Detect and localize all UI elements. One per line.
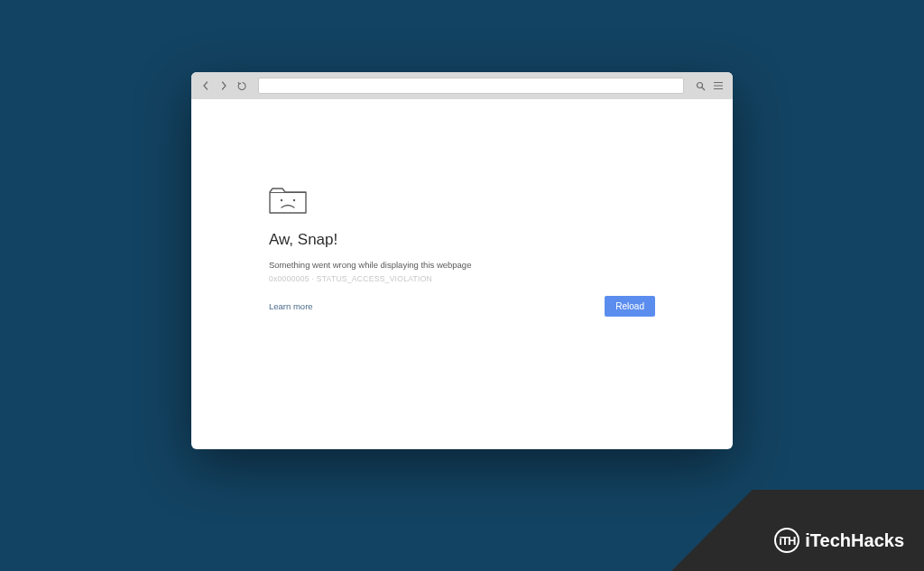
learn-more-link[interactable]: Learn more	[269, 301, 313, 311]
browser-toolbar	[191, 72, 733, 99]
svg-point-0	[697, 82, 702, 87]
menu-icon[interactable]	[711, 78, 725, 93]
back-button[interactable]	[199, 78, 213, 93]
error-code: 0x0000005 · STATUS_ACCESS_VIOLATION	[269, 274, 655, 283]
svg-line-1	[702, 87, 705, 90]
address-bar[interactable]	[258, 78, 684, 94]
browser-window: Aw, Snap! Something went wrong while dis…	[191, 72, 733, 449]
error-page: Aw, Snap! Something went wrong while dis…	[191, 99, 733, 317]
svg-point-6	[281, 199, 282, 201]
watermark-brand: iTechHacks	[805, 530, 904, 551]
refresh-button[interactable]	[235, 78, 249, 93]
watermark-logo-icon: iTH	[774, 528, 799, 553]
forward-button[interactable]	[217, 78, 231, 93]
error-title: Aw, Snap!	[269, 231, 655, 249]
error-actions: Learn more Reload	[269, 296, 655, 317]
sad-folder-icon	[269, 186, 307, 215]
error-message: Something went wrong while displaying th…	[269, 260, 655, 270]
watermark: iTH iTechHacks	[774, 528, 904, 553]
reload-button[interactable]: Reload	[605, 296, 655, 317]
search-icon[interactable]	[693, 78, 707, 93]
svg-point-7	[293, 199, 295, 201]
